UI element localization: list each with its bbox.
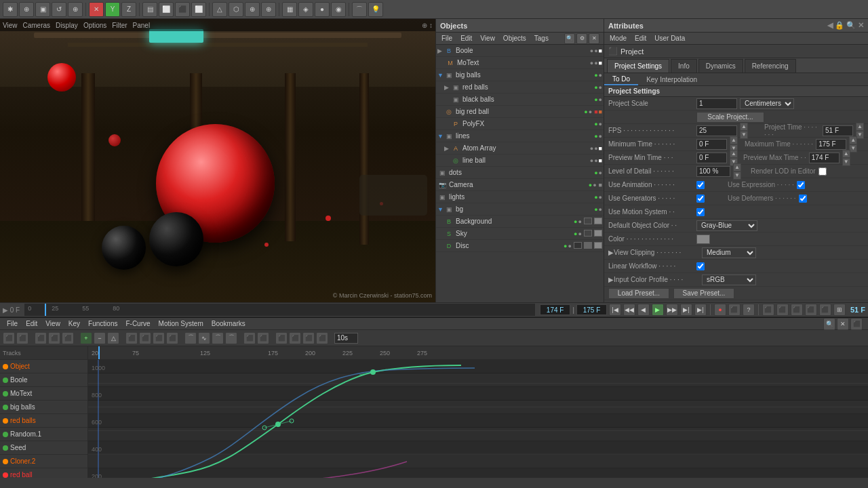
- anim-fn-1[interactable]: ⬛: [243, 332, 256, 344]
- object-row-bigballs[interactable]: ▼ ▣ big balls ● ●: [436, 69, 604, 81]
- use-anim-checkbox[interactable]: [696, 181, 705, 189]
- object-row-bg[interactable]: ▼ ▣ bg ● ●: [436, 203, 604, 216]
- anim-time-input[interactable]: [334, 333, 358, 344]
- btn-auto-key[interactable]: ⬛: [728, 304, 741, 316]
- toolbar-btn-redo[interactable]: ⊕: [68, 2, 83, 17]
- view-clipping-select[interactable]: Medium: [702, 247, 756, 258]
- anim-curve-2[interactable]: ∿: [198, 332, 210, 344]
- subtab-todo[interactable]: To Do: [604, 73, 638, 85]
- anim-sel-1[interactable]: ⬛: [125, 332, 138, 344]
- btn-record[interactable]: ●: [714, 304, 726, 316]
- anim-btn-3[interactable]: ⬛: [35, 332, 47, 344]
- project-scale-unit-select[interactable]: Centimeters: [740, 98, 794, 109]
- object-row-motext[interactable]: M MoText ● ● ■: [436, 57, 604, 69]
- toolbar-btn-move[interactable]: ⬡: [229, 2, 243, 17]
- toolbar-btn-render-settings[interactable]: ⬜: [191, 2, 206, 17]
- objects-menu-view[interactable]: View: [476, 33, 499, 45]
- tl-menu-key[interactable]: Key: [64, 318, 84, 330]
- anim-zoom-2[interactable]: ⬛: [289, 332, 301, 344]
- timeline-tracks-area[interactable]: 20 75 125 175 200 225 250 275: [88, 346, 868, 478]
- toolbar-btn-open[interactable]: ⊕: [19, 2, 34, 17]
- tl-menu-motion[interactable]: Motion System: [155, 318, 208, 330]
- pt-up[interactable]: ▲: [856, 123, 864, 131]
- objects-search-btn[interactable]: 🔍: [564, 33, 575, 44]
- btn-play-all[interactable]: ▶▶: [666, 304, 678, 316]
- subtab-keyinterp[interactable]: Key Interpolation: [638, 73, 705, 85]
- anim-zoom-3[interactable]: ⬛: [302, 332, 315, 344]
- anim-btn-4[interactable]: ⬛: [48, 332, 60, 344]
- tl-menu-file[interactable]: File: [3, 318, 22, 330]
- btn-motion-6[interactable]: ⊞: [833, 304, 846, 316]
- object-row-background[interactable]: B Background ● ●: [436, 216, 604, 228]
- viewport-menu-cameras[interactable]: Cameras: [23, 22, 51, 29]
- tl-menu-edit[interactable]: Edit: [22, 318, 41, 330]
- render-lod-checkbox[interactable]: [818, 167, 827, 176]
- btn-go-start[interactable]: |◀: [609, 304, 621, 316]
- tl-search-btn[interactable]: 🔍: [823, 318, 835, 330]
- anim-fn-2[interactable]: ⬛: [257, 332, 269, 344]
- attr-search-btn[interactable]: 🔍: [846, 21, 856, 30]
- toolbar-btn-point[interactable]: ●: [315, 2, 330, 17]
- tl-menu-fcurve[interactable]: F-Curve: [121, 318, 154, 330]
- object-row-atomarray[interactable]: ▶ A Atom Array ● ● ■: [436, 142, 604, 155]
- tab-dynamics[interactable]: Dynamics: [698, 59, 743, 73]
- btn-step-fwd[interactable]: ▶|: [680, 304, 692, 316]
- toolbar-btn-undo[interactable]: ↺: [52, 2, 66, 17]
- min-time-input[interactable]: [696, 139, 727, 150]
- object-row-lights[interactable]: ▣ lights ● ●: [436, 191, 604, 203]
- btn-play[interactable]: ▶: [652, 304, 664, 316]
- max-up[interactable]: ▲: [849, 136, 857, 144]
- anim-btn-1[interactable]: ⬛: [3, 332, 15, 344]
- anim-sel-4[interactable]: ⬛: [166, 332, 178, 344]
- attr-menu-mode[interactable]: Mode: [606, 33, 631, 45]
- anim-curve-3[interactable]: ⌒: [212, 332, 224, 344]
- btn-motion-1[interactable]: ⬛: [762, 304, 774, 316]
- toolbar-btn-render[interactable]: ⬛: [175, 2, 190, 17]
- object-row-polyfx[interactable]: P PolyFX ● ●: [436, 118, 604, 130]
- btn-step-back[interactable]: ◀: [637, 304, 650, 316]
- max-frame-input[interactable]: [576, 304, 607, 315]
- toolbar-btn-lamp[interactable]: 💡: [368, 2, 383, 17]
- attr-back-btn[interactable]: ◀: [827, 21, 833, 30]
- toolbar-btn-edge[interactable]: ◉: [331, 2, 346, 17]
- tl-menu-view[interactable]: View: [41, 318, 64, 330]
- anim-key-3[interactable]: △: [107, 332, 119, 344]
- objects-menu-tags[interactable]: Tags: [530, 33, 553, 45]
- objects-menu-file[interactable]: File: [437, 33, 456, 45]
- toolbar-btn-scale[interactable]: ⊕: [245, 2, 260, 17]
- object-row-lines[interactable]: ▼ ▣ lines ● ●: [436, 130, 604, 142]
- preview-max-input[interactable]: [809, 152, 840, 163]
- anim-curve-4[interactable]: ⌒: [225, 332, 237, 344]
- viewport-menu-display[interactable]: Display: [56, 22, 78, 29]
- object-row-redballs[interactable]: ▶ ▣ red balls ● ●: [436, 81, 604, 94]
- anim-add-key[interactable]: +: [80, 332, 92, 344]
- use-expr-checkbox[interactable]: [797, 181, 805, 189]
- max-time-input[interactable]: [816, 139, 846, 150]
- tl-menu-bookmarks[interactable]: Bookmarks: [208, 318, 250, 330]
- anim-btn-5[interactable]: ⬛: [62, 332, 74, 344]
- objects-settings-btn[interactable]: ⚙: [576, 33, 587, 44]
- project-scale-input[interactable]: [696, 98, 737, 109]
- tl-close-btn[interactable]: ✕: [837, 318, 849, 330]
- toolbar-btn-new[interactable]: ✱: [3, 2, 18, 17]
- preview-min-input[interactable]: [696, 152, 727, 163]
- anim-sel-3[interactable]: ⬛: [153, 332, 165, 344]
- linear-workflow-checkbox[interactable]: [696, 262, 705, 270]
- load-preset-btn[interactable]: Load Preset...: [608, 288, 669, 299]
- tl-menu-functions[interactable]: Functions: [84, 318, 121, 330]
- lod-input[interactable]: [696, 166, 730, 177]
- toolbar-btn-rotate[interactable]: ⊕: [261, 2, 276, 17]
- toolbar-btn-x[interactable]: ✕: [89, 2, 104, 17]
- attr-lock-btn[interactable]: 🔒: [835, 21, 844, 30]
- object-row-boole[interactable]: ▶ B Boole ● ● ■: [436, 45, 604, 57]
- anim-btn-2[interactable]: ⬛: [16, 332, 28, 344]
- fps-up[interactable]: ▲: [740, 123, 748, 131]
- tab-project-settings[interactable]: Project Settings: [607, 59, 669, 73]
- btn-motion-5[interactable]: ⬛: [819, 304, 831, 316]
- btn-help[interactable]: ?: [743, 304, 755, 316]
- objects-menu-edit[interactable]: Edit: [456, 33, 476, 45]
- viewport[interactable]: © Marcin Czerwinski - station75.com View…: [0, 19, 435, 302]
- min-up[interactable]: ▲: [730, 136, 738, 144]
- viewport-menu-options[interactable]: Options: [83, 22, 106, 29]
- toolbar-btn-render-region[interactable]: ▤: [142, 2, 157, 17]
